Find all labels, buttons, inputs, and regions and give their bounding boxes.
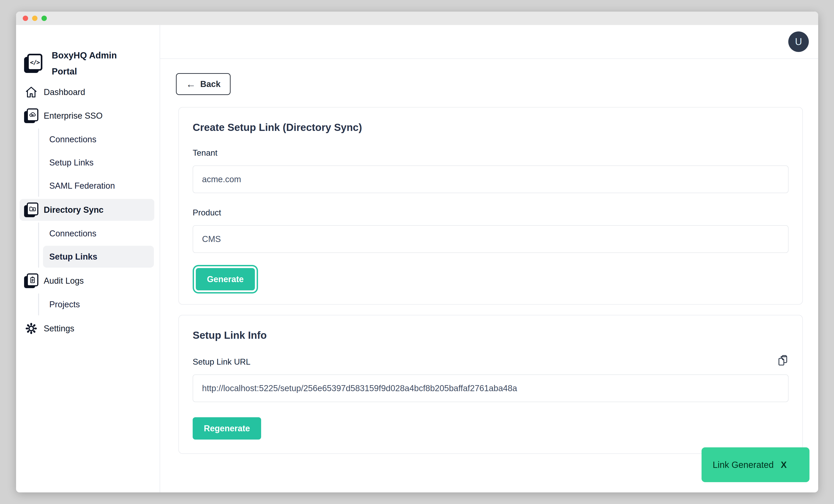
- toast-message: Link Generated: [713, 460, 774, 470]
- window-zoom-button[interactable]: [42, 16, 47, 21]
- card-title: Create Setup Link (Directory Sync): [193, 121, 789, 133]
- sidebar-subitem-sso-connections[interactable]: Connections: [43, 128, 154, 150]
- main-area: U ← Back Create Setup Link (Directory Sy…: [160, 25, 818, 492]
- copy-url-button[interactable]: [778, 355, 789, 367]
- setup-link-url-label: Setup Link URL: [193, 357, 250, 367]
- boxyhq-logo-icon: </>: [24, 54, 42, 73]
- window-close-button[interactable]: [23, 16, 28, 21]
- sidebar-item-audit-logs[interactable]: Audit Logs: [20, 270, 154, 292]
- user-avatar[interactable]: U: [788, 31, 809, 52]
- sidebar-item-label: Enterprise SSO: [44, 111, 103, 120]
- gear-icon: [24, 321, 38, 336]
- sidebar-item-enterprise-sso[interactable]: Enterprise SSO: [20, 105, 154, 127]
- back-arrow-icon: ←: [186, 79, 196, 89]
- regenerate-button[interactable]: Regenerate: [193, 417, 261, 440]
- card-title: Setup Link Info: [193, 329, 789, 341]
- brand[interactable]: </> BoxyHQ Admin Portal: [16, 47, 160, 80]
- code-glyph: </>: [30, 59, 40, 66]
- generate-button[interactable]: Generate: [196, 268, 255, 290]
- sidebar-item-directory-sync[interactable]: Directory Sync: [20, 199, 154, 221]
- sidebar-subitem-dsync-connections[interactable]: Connections: [43, 223, 154, 244]
- product-label: Product: [193, 208, 789, 218]
- brand-title: BoxyHQ Admin Portal: [52, 47, 130, 80]
- create-setup-link-card: Create Setup Link (Directory Sync) Tenan…: [178, 107, 803, 305]
- setup-link-url-field[interactable]: [193, 374, 789, 402]
- sidebar-item-label: Settings: [44, 324, 74, 333]
- clipboard-copy-icon: [778, 355, 789, 367]
- home-icon: [24, 85, 38, 100]
- sidebar-subitem-dsync-setup-links[interactable]: Setup Links: [43, 246, 154, 268]
- sidebar-item-label: Audit Logs: [44, 276, 84, 286]
- app-window: </> BoxyHQ Admin Portal Dashboard: [16, 12, 818, 492]
- sidebar-nav: Dashboard: [16, 81, 160, 339]
- page-content: ← Back Create Setup Link (Directory Sync…: [160, 59, 818, 454]
- enterprise-sso-subnav: Connections Setup Links SAML Federation: [38, 128, 154, 197]
- window-minimize-button[interactable]: [32, 16, 38, 21]
- app-body: </> BoxyHQ Admin Portal Dashboard: [16, 25, 818, 492]
- topbar: U: [160, 25, 818, 59]
- sidebar-item-label: Directory Sync: [44, 205, 104, 215]
- tenant-field[interactable]: [193, 166, 789, 193]
- sso-cloud-keycap-icon: [24, 108, 38, 123]
- sidebar-subitem-sso-setup-links[interactable]: Setup Links: [43, 152, 154, 174]
- back-button[interactable]: ← Back: [176, 73, 231, 95]
- sidebar-item-label: Dashboard: [44, 87, 85, 97]
- directory-sync-subnav: Connections Setup Links: [38, 223, 154, 268]
- audit-logs-subnav: Projects: [38, 293, 154, 315]
- folder-keycap-icon: [24, 202, 38, 217]
- window-titlebar: [16, 12, 818, 25]
- sidebar-item-dashboard[interactable]: Dashboard: [20, 81, 154, 103]
- product-field[interactable]: [193, 225, 789, 253]
- sidebar-subitem-projects[interactable]: Projects: [43, 293, 154, 315]
- clipboard-keycap-icon: [24, 273, 38, 288]
- setup-link-url-row: Setup Link URL: [193, 355, 789, 367]
- setup-link-info-card: Setup Link Info Setup Link URL: [178, 315, 803, 454]
- sidebar: </> BoxyHQ Admin Portal Dashboard: [16, 25, 160, 492]
- tenant-label: Tenant: [193, 148, 789, 158]
- sidebar-item-settings[interactable]: Settings: [20, 317, 154, 339]
- toast-close-button[interactable]: X: [780, 460, 788, 470]
- toast-notification: Link Generated X: [702, 447, 810, 482]
- sidebar-subitem-saml-federation[interactable]: SAML Federation: [43, 175, 154, 197]
